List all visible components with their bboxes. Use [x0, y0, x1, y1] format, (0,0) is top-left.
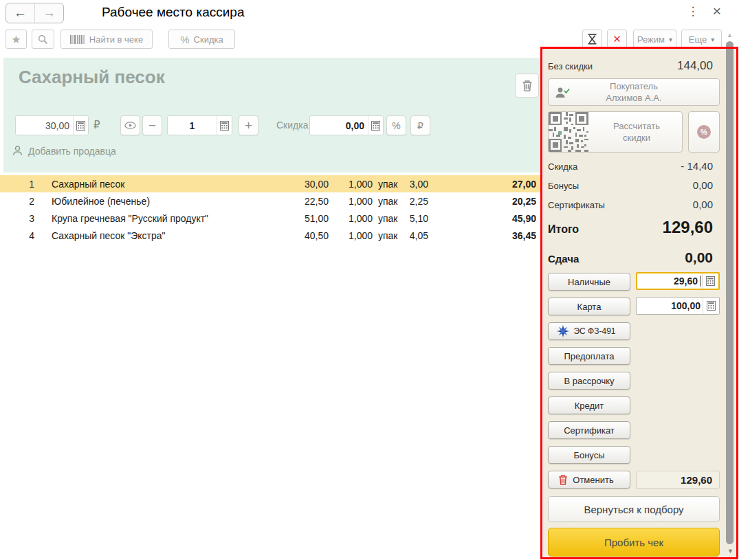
row-qty: 1,000 [329, 196, 373, 207]
percent-circle-icon: % [697, 125, 711, 139]
card-amount-input[interactable]: 100,00 [636, 297, 720, 315]
add-seller-link[interactable]: Добавить продавца [12, 145, 116, 157]
no-discount-value: 144,00 [677, 59, 713, 73]
manual-discount-button[interactable]: % [688, 111, 720, 153]
red-x-icon: ✕ [613, 33, 621, 45]
qty-minus-button[interactable]: − [142, 115, 162, 135]
bonuses-label: Бонусы [548, 181, 579, 191]
current-item-name: Сахарный песок [19, 67, 165, 88]
es-fz491-button[interactable]: ЭС ФЗ-491 [548, 322, 630, 340]
find-in-receipt-label: Найти в чеке [89, 34, 143, 45]
bonuses-row: Бонусы 0,00 [548, 179, 713, 191]
back-icon: ← [14, 5, 27, 21]
row-total: 27,00 [431, 179, 541, 190]
card-button[interactable]: Карта [548, 298, 630, 315]
return-to-selection-button[interactable]: Вернуться к подбору [548, 496, 720, 522]
row-total: 45,90 [431, 213, 541, 224]
quantity-input[interactable]: 1 [167, 115, 232, 135]
percent-icon: % [180, 34, 189, 45]
commit-receipt-button[interactable]: Пробить чек [548, 528, 720, 557]
cancel-payment-button[interactable]: Отменить [548, 471, 630, 489]
red-trash-icon [558, 474, 569, 486]
page-title: Рабочее место кассира [102, 5, 244, 20]
row-number: 4 [0, 230, 34, 241]
qty-plus-button[interactable]: + [239, 115, 258, 135]
row-total: 20,25 [431, 196, 541, 207]
row-name: Сахарный песок "Экстра" [34, 230, 257, 241]
row-number: 3 [0, 213, 34, 224]
trash-icon [521, 80, 533, 92]
row-total: 36,45 [431, 230, 541, 241]
row-price: 51,00 [257, 213, 329, 224]
discount-ruble-button[interactable]: ₽ [410, 115, 430, 135]
cash-amount-input[interactable]: 29,60 [636, 272, 720, 290]
cancel-receipt-button[interactable]: ✕ [607, 30, 627, 49]
discount-label: Скидка [194, 34, 223, 45]
discount-button[interactable]: % Скидка [168, 30, 235, 49]
row-qty: 1,000 [329, 213, 373, 224]
scrollbar-thumb[interactable] [726, 41, 734, 544]
customer-button[interactable]: Покупатель Алхимов А.А. [548, 78, 720, 106]
bonuses-button[interactable]: Бонусы [548, 446, 630, 464]
barcode-icon [70, 35, 85, 44]
credit-button[interactable]: Кредит [548, 396, 630, 414]
certificates-value: 0,00 [693, 199, 713, 210]
table-row[interactable]: 3 Крупа гречневая "Русский продукт" 51,0… [0, 210, 541, 227]
discount-label: Скидка [548, 161, 577, 172]
chevron-down-icon: ▾ [669, 36, 672, 43]
scroll-up-icon[interactable]: ▲ [727, 32, 733, 38]
item-discount-value: 0,00 [310, 120, 368, 131]
price-input[interactable]: 30,00 [15, 115, 89, 135]
shift-timer-button[interactable] [582, 30, 602, 49]
close-icon[interactable]: × [709, 3, 725, 19]
delete-item-button[interactable] [515, 74, 539, 98]
row-discount: 2,25 [406, 196, 431, 207]
row-name: Сахарный песок [34, 179, 257, 190]
back-button[interactable]: ← [6, 3, 35, 23]
total-value: 129,60 [663, 218, 713, 237]
calculator-icon[interactable] [703, 298, 719, 314]
search-button[interactable] [32, 30, 54, 49]
find-in-receipt-button[interactable]: Найти в чеке [60, 30, 153, 49]
row-qty: 1,000 [329, 230, 373, 241]
item-discount-input[interactable]: 0,00 [309, 115, 384, 135]
row-unit: упак [373, 213, 406, 224]
calculator-icon[interactable] [217, 116, 232, 135]
forward-button[interactable]: → [35, 3, 63, 23]
window-menu-icon[interactable]: ⋮ [686, 4, 700, 19]
row-name: Крупа гречневая "Русский продукт" [34, 213, 257, 224]
certificate-button[interactable]: Сертификат [548, 421, 630, 439]
discount-row: Скидка - 14,40 [548, 160, 713, 172]
table-row[interactable]: 4 Сахарный песок "Экстра" 40,50 1,000 уп… [0, 227, 541, 244]
discount-percent-button[interactable]: % [386, 115, 406, 135]
more-label: Еще [689, 34, 707, 45]
row-price: 30,00 [257, 179, 329, 190]
table-row[interactable]: 1 Сахарный песок 30,00 1,000 упак 3,00 2… [0, 175, 541, 192]
scroll-down-icon[interactable]: ▼ [727, 548, 734, 555]
prepayment-button[interactable]: Предоплата [548, 347, 630, 365]
row-price: 22,50 [257, 196, 329, 207]
quantity-value: 1 [168, 120, 217, 131]
percent-icon: % [392, 120, 400, 131]
customer-name: Алхимов А.А. [606, 92, 661, 104]
change-row: Сдача 0,00 [548, 249, 713, 266]
more-dropdown[interactable]: Еще ▾ [681, 30, 722, 49]
no-discount-label: Без скидки [548, 61, 593, 71]
calculator-icon[interactable] [702, 273, 718, 289]
minus-icon: − [148, 118, 156, 133]
favorites-button[interactable]: ★ [5, 30, 27, 49]
cash-button[interactable]: Наличные [548, 273, 630, 291]
customer-title: Покупатель [606, 80, 661, 92]
mode-dropdown[interactable]: Режим ▾ [633, 30, 676, 49]
row-price: 40,50 [257, 230, 329, 241]
installment-button[interactable]: В рассрочку [548, 372, 630, 390]
calculator-icon[interactable] [73, 116, 88, 135]
receipt-items-table: 1 Сахарный песок 30,00 1,000 упак 3,00 2… [0, 175, 541, 244]
plus-icon: + [245, 118, 252, 133]
card-amount-value: 100,00 [637, 300, 703, 311]
table-row[interactable]: 2 Юбилейное (печенье) 22,50 1,000 упак 2… [0, 192, 541, 210]
add-seller-label: Добавить продавца [28, 146, 116, 157]
calculator-icon[interactable] [368, 116, 383, 135]
toggle-price-button[interactable] [120, 115, 140, 135]
row-number: 1 [0, 179, 34, 190]
